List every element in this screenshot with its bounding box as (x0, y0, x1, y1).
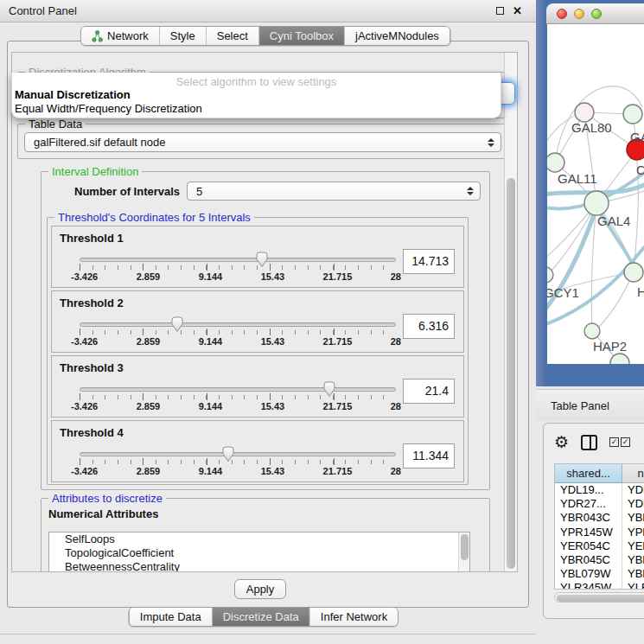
menu-item-equal-width-frequency[interactable]: Equal Width/Frequency Discretization (15, 102, 202, 115)
table-row[interactable]: YDR27...YDR2 (555, 497, 644, 511)
settings-gear-icon[interactable]: ⚙ (554, 434, 569, 450)
minimize-traffic-light-icon[interactable] (574, 9, 584, 19)
top-tab-bar: Network Style Select Cyni Toolbox jActiv… (80, 26, 450, 46)
threshold-slider[interactable]: -3.4262.8599.14415.4321.71528 (80, 251, 396, 280)
table-data-group: Table Data galFiltered.sif default node (17, 124, 507, 159)
number-of-intervals-combo[interactable]: 5 (187, 182, 481, 201)
column-header-shared-name[interactable]: shared... (555, 464, 622, 483)
threshold-slider[interactable]: -3.4262.8599.14415.4321.71528 (80, 316, 396, 345)
shared-name-cell[interactable]: YLR345W (555, 581, 622, 590)
name-cell[interactable]: YBR0 (622, 553, 644, 567)
slider-major-ticks (80, 264, 396, 271)
threshold-value-field[interactable]: 21.4 (403, 379, 455, 404)
table-row[interactable]: YDL19...YDL1 (555, 483, 644, 497)
tab-jactivemnodules[interactable]: jActiveMNodules (345, 27, 450, 45)
tab-label: Style (170, 29, 195, 42)
table-row[interactable]: YLR345WYLR3 (555, 581, 644, 590)
select-columns-icon[interactable]: ✓ ✓ (609, 437, 630, 447)
node-ga[interactable] (623, 105, 642, 124)
table-row[interactable]: YBL079WYBL0 (555, 567, 644, 581)
threshold-value-field[interactable]: 11.344 (403, 443, 455, 469)
scale-tick-label: 21.715 (323, 271, 353, 282)
scale-tick-label: 2.859 (137, 401, 161, 411)
threshold-value-field[interactable]: 6.316 (403, 314, 455, 339)
scale-tick-label: 2.859 (137, 336, 161, 347)
bottom-tab-bar: Impute Data Discretize Data Infer Networ… (129, 607, 399, 627)
list-scrollbar[interactable] (458, 532, 469, 572)
numerical-attributes-list: SelfLoops TopologicalCoefficient Between… (48, 532, 470, 572)
tab-impute-data[interactable]: Impute Data (130, 608, 213, 626)
shared-name-cell[interactable]: YDR27... (555, 497, 622, 511)
table-row[interactable]: YBR045CYBR0 (555, 553, 644, 567)
node-label: H (637, 284, 644, 299)
menu-item-manual-discretization[interactable]: Manual Discretization (15, 88, 131, 101)
table-header-row: shared... n (555, 464, 644, 483)
scale-tick-label: 28 (391, 401, 401, 411)
name-cell[interactable]: YDL1 (622, 483, 644, 497)
table-horizontal-scrollbar[interactable] (554, 592, 644, 603)
tab-style[interactable]: Style (160, 27, 207, 45)
shared-name-cell[interactable]: YBR043C (555, 511, 622, 525)
shared-name-cell[interactable]: YBR045C (555, 553, 622, 567)
slider-major-ticks (80, 458, 396, 465)
list-item[interactable]: SelfLoops (49, 532, 469, 546)
number-of-intervals-label: Number of Intervals (74, 185, 180, 198)
tab-select[interactable]: Select (207, 27, 259, 45)
list-item[interactable]: TopologicalCoefficient (49, 546, 469, 560)
number-of-intervals-value: 5 (196, 185, 202, 198)
node-gal80[interactable] (575, 103, 594, 122)
tab-label: Infer Network (321, 610, 387, 623)
close-traffic-light-icon[interactable] (557, 9, 567, 19)
table-data-combo[interactable]: galFiltered.sif default node (24, 132, 501, 152)
name-cell[interactable]: YLR3 (622, 581, 644, 590)
name-cell[interactable]: YBL0 (622, 567, 644, 581)
scale-tick-label: 21.715 (323, 401, 353, 411)
shared-name-cell[interactable]: YPR145W (555, 526, 622, 539)
node-label: GAL4 (597, 214, 630, 228)
slider-track[interactable] (80, 322, 396, 327)
slider-track[interactable] (80, 258, 396, 262)
shared-name-cell[interactable]: YDL19... (555, 483, 622, 497)
threshold-slider[interactable]: -3.4262.8599.14415.4321.71528 (80, 380, 396, 410)
tab-network[interactable]: Network (81, 27, 160, 45)
table-panel-toolbar: ⚙ ✓ ✓ (554, 434, 630, 450)
table-row[interactable]: YER054CYER0 (555, 539, 644, 553)
node-h[interactable] (624, 263, 643, 282)
float-window-icon[interactable] (496, 7, 504, 15)
apply-button[interactable]: Apply (234, 579, 286, 599)
interval-definition-group-label: Interval Definition (48, 165, 142, 178)
threshold-panel: Threshold 4-3.4262.8599.14415.4321.71528… (51, 420, 464, 482)
threshold-slider[interactable]: -3.4262.8599.14415.4321.71528 (80, 445, 396, 475)
tab-discretize-data[interactable]: Discretize Data (213, 608, 310, 626)
scale-tick-label: 28 (391, 466, 401, 476)
network-window-titlebar[interactable] (546, 3, 644, 24)
threshold-value-field[interactable]: 14.713 (403, 249, 455, 274)
name-cell[interactable]: YPR1 (622, 526, 644, 539)
name-cell[interactable]: YBR0 (622, 511, 644, 525)
name-cell[interactable]: YER0 (622, 539, 644, 553)
close-icon[interactable]: ✕ (513, 5, 522, 16)
table-panel-title: Table Panel (551, 399, 609, 412)
shared-name-cell[interactable]: YBL079W (555, 567, 622, 581)
table-row[interactable]: YBR043CYBR0 (555, 511, 644, 525)
name-cell[interactable]: YDR2 (622, 497, 644, 511)
slider-track[interactable] (80, 387, 396, 392)
threshold-panel: Threshold 2-3.4262.8599.14415.4321.71528… (51, 290, 464, 353)
tab-infer-network[interactable]: Infer Network (310, 608, 398, 626)
slider-scale: -3.4262.8599.14415.4321.71528 (71, 271, 401, 282)
list-item[interactable]: BetweennessCentrality (49, 560, 469, 572)
node-gal4[interactable] (584, 191, 609, 215)
zoom-traffic-light-icon[interactable] (591, 9, 602, 19)
slider-track[interactable] (80, 452, 396, 456)
node-gal11[interactable] (547, 153, 564, 172)
scale-tick-label: -3.426 (71, 401, 98, 411)
split-columns-icon[interactable] (581, 435, 597, 450)
table-row[interactable]: YPR145WYPR1 (555, 526, 644, 539)
settings-scrollbar[interactable] (504, 53, 517, 571)
tab-cyni-toolbox[interactable]: Cyni Toolbox (259, 27, 345, 45)
tab-label: Cyni Toolbox (270, 29, 334, 42)
shared-name-cell[interactable]: YER054C (555, 539, 622, 553)
column-header-name[interactable]: n (622, 464, 644, 483)
node-hap2[interactable] (584, 323, 600, 339)
network-canvas[interactable]: GAL80 GA C GAL11 GAL4 GCY1 H HAP2 (547, 24, 644, 364)
